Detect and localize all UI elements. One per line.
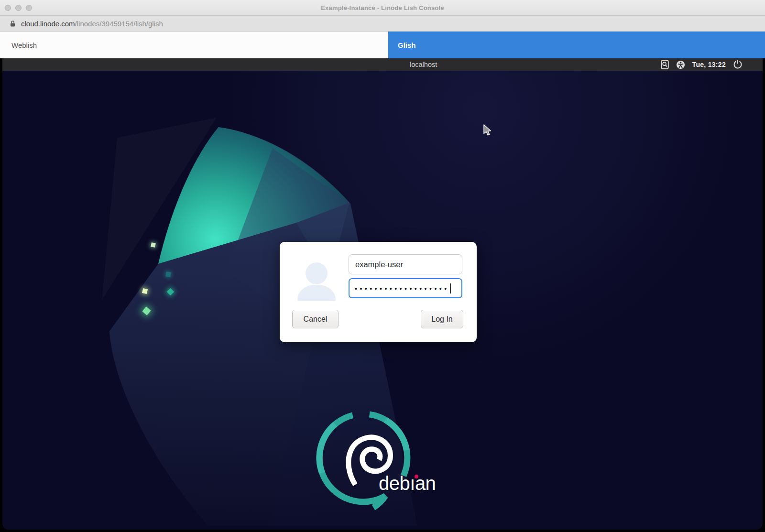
- address-bar[interactable]: cloud.linode.com/linodes/39459154/lish/g…: [0, 16, 765, 32]
- cancel-button[interactable]: Cancel: [292, 310, 339, 328]
- url-text: cloud.linode.com/linodes/39459154/lish/g…: [21, 20, 163, 28]
- power-icon[interactable]: [733, 60, 743, 69]
- remote-screen: localhost Tue, 13:22: [2, 58, 763, 530]
- screen-magnifier-icon[interactable]: [661, 60, 669, 69]
- lock-icon: [10, 20, 16, 27]
- topbar-clock[interactable]: Tue, 13:22: [692, 61, 726, 68]
- gnome-topbar: localhost Tue, 13:22: [2, 58, 763, 71]
- url-path: /linodes/39459154/lish/glish: [75, 20, 163, 28]
- tab-glish[interactable]: Glish: [388, 32, 765, 58]
- mouse-cursor: [483, 124, 494, 137]
- accessibility-icon[interactable]: [676, 60, 685, 69]
- user-avatar-icon: [297, 285, 336, 301]
- login-dialog: ••••••••••••••••••• Cancel Log In: [280, 242, 477, 342]
- window-titlebar: Example-Instance - Linode Lish Console: [0, 0, 765, 16]
- window-title: Example-Instance - Linode Lish Console: [0, 4, 765, 11]
- tab-weblish-label: Weblish: [11, 41, 37, 49]
- lish-tab-bar: Weblish Glish: [0, 32, 765, 58]
- user-avatar-icon: [306, 262, 328, 284]
- username-input[interactable]: [349, 254, 462, 274]
- glow-square: [151, 242, 155, 247]
- url-domain: cloud.linode.com: [21, 20, 75, 28]
- debian-i-dot: [415, 475, 418, 478]
- hostname-label: localhost: [410, 58, 437, 71]
- topbar-status-area: Tue, 13:22: [661, 58, 743, 71]
- debian-wordmark: debıan: [379, 474, 436, 493]
- debian-wordmark-part: deb: [379, 473, 410, 494]
- password-input[interactable]: •••••••••••••••••••: [349, 278, 462, 298]
- cancel-button-label: Cancel: [304, 315, 328, 324]
- glow-square: [165, 271, 171, 277]
- tab-weblish[interactable]: Weblish: [0, 32, 388, 58]
- tab-glish-label: Glish: [398, 41, 416, 49]
- login-button[interactable]: Log In: [421, 310, 463, 328]
- glish-console-viewport: localhost Tue, 13:22: [0, 58, 765, 532]
- password-masked-text: •••••••••••••••••••: [355, 285, 449, 292]
- text-caret: [450, 283, 451, 293]
- debian-logo: [284, 400, 466, 519]
- login-button-label: Log In: [431, 315, 452, 324]
